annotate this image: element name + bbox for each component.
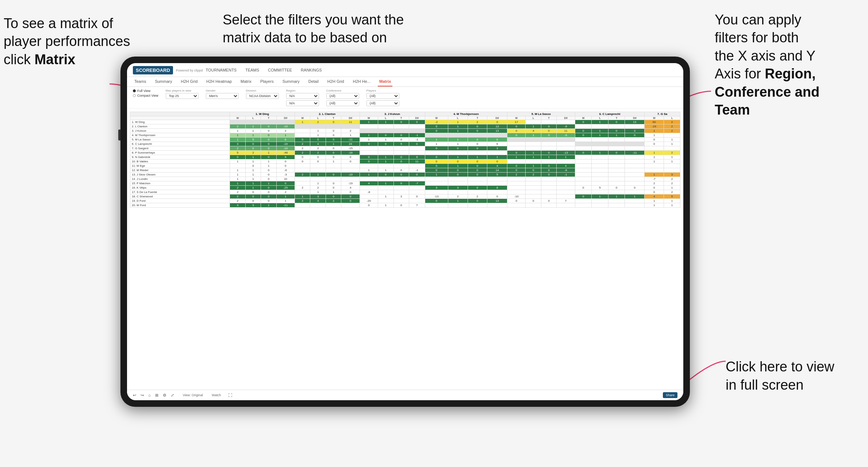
nav-teams[interactable]: TEAMS [245, 66, 259, 74]
row-name: 15. P Maichon [130, 181, 230, 186]
nav-committee[interactable]: COMMITTEE [268, 66, 292, 74]
col-header-empty [130, 112, 230, 116]
app-header: SCOREBOARD Powered by clippd TOURNAMENTS… [127, 63, 683, 77]
row-name: 3. J Koivun [130, 129, 230, 133]
row-name: 10. B Valdes [130, 159, 230, 164]
subnav-matrix[interactable]: Matrix [239, 77, 253, 86]
subnav-h2h-grid[interactable]: H2H Grid [179, 77, 199, 86]
toolbar-watch[interactable]: Watch [212, 393, 221, 397]
conference-select2[interactable]: (All) [326, 100, 359, 106]
subnav-summary2[interactable]: Summary [281, 77, 301, 86]
table-row: 8. P Summerhays 521-48 220-16 010-13 010… [130, 151, 680, 155]
sh-1-w: W [230, 116, 246, 120]
region-select2[interactable]: N/A [286, 100, 319, 106]
table-row: 4. M Thorbjornsen 1101 101 100-1 010-6 0… [130, 133, 680, 138]
sh-5-l: L [526, 116, 541, 120]
table-row: 5. M La Sasso 1506 050-11 110-1 1106 01 [130, 138, 680, 142]
division-select[interactable]: NCAA Division I [246, 93, 279, 99]
subnav-h2h-grid2[interactable]: H2H Grid [326, 77, 346, 86]
subnav-h2h-heatmap[interactable]: H2H Heatmap [205, 77, 233, 86]
brand-logo: SCOREBOARD [133, 66, 173, 74]
ann-topright-line2: filters for both [715, 30, 799, 45]
toolbar-undo[interactable]: ↩ [133, 393, 136, 398]
row-name: 20. M Ford [130, 203, 230, 208]
subnav-detail[interactable]: Detail [307, 77, 320, 86]
sh-6-l: L [592, 116, 608, 120]
sh-6-t: T [608, 116, 625, 120]
ann-topleft-line2: player performances [4, 34, 130, 49]
tablet-frame: SCOREBOARD Powered by clippd TOURNAMENTS… [120, 57, 690, 407]
annotation-topright: You can apply filters for both the X axi… [715, 11, 853, 119]
tablet-side-button [118, 130, 120, 140]
row-name: 9. N Gabrelcik [130, 155, 230, 159]
sh-3-w: W [360, 116, 378, 120]
subnav-h2h-he[interactable]: H2H He... [352, 77, 372, 86]
ann-topright-line5-bold: Conference and [715, 84, 819, 100]
annotation-topleft: To see a matrix of player performances c… [4, 15, 139, 69]
filter-gender: Gender Men's [206, 89, 239, 99]
sh-4-w: W [425, 116, 448, 120]
sh-3-l: L [378, 116, 394, 120]
filter-division: Division NCAA Division I [246, 89, 279, 99]
players-select[interactable]: (All) [366, 93, 399, 99]
subnav-teams[interactable]: Teams [133, 77, 147, 86]
ann-topleft-line1: To see a matrix of [4, 16, 113, 31]
conference-select[interactable]: (All) [326, 93, 359, 99]
toolbar-zoom[interactable]: ⊞ [155, 393, 158, 398]
region-label: Region [286, 89, 319, 92]
toolbar-expand[interactable]: ⤢ [171, 393, 174, 398]
row-name: 13. J Skov Olesen [130, 173, 230, 177]
toolbar-fullscreen[interactable]: ⛶ [228, 393, 232, 397]
radio-compact-dot [133, 94, 136, 97]
app-brand: SCOREBOARD Powered by clippd TOURNAMENTS… [133, 66, 677, 74]
filter-players: Players (All) (All) [366, 89, 399, 106]
nav-rankings[interactable]: RANKINGS [301, 66, 322, 74]
table-row: 11. M Ege 010 0104 0104 [130, 164, 680, 168]
subnav-matrix-active[interactable]: Matrix [378, 77, 392, 86]
toolbar-settings[interactable]: ⚙ [163, 393, 166, 398]
row-name: 6. C Lamprecht [130, 142, 230, 146]
table-row: 14. J Lundin 11010 -72 [130, 177, 680, 181]
ann-bottomright-line2: in full screen [726, 377, 803, 393]
tablet-screen: SCOREBOARD Powered by clippd TOURNAMENTS… [127, 63, 683, 400]
radio-full-view[interactable]: Full View [133, 89, 158, 93]
table-row: 9. N Gabrelcik 0109 0000 0109 0111 1111 … [130, 155, 680, 159]
division-label: Division [246, 89, 279, 92]
region-select[interactable]: N/A [286, 93, 319, 99]
subnav-players[interactable]: Players [259, 77, 275, 86]
ann-topcenter-text: Select the filters you want the matrix d… [223, 12, 404, 45]
sh-2-w: W [295, 116, 310, 120]
table-row: 3. J Koivun 1102 102 01013 04011 0103 12 [130, 129, 680, 133]
subnav-summary[interactable]: Summary [153, 77, 173, 86]
row-name: 4. M Thorbjornsen [130, 133, 230, 138]
col-header-3: 3. J Koivun [360, 112, 425, 116]
max-players-select[interactable]: Top 25 [166, 93, 199, 99]
conference-label: Conference [326, 89, 359, 92]
full-view-label: Full View [137, 89, 150, 93]
toolbar-redo[interactable]: ↪ [141, 393, 144, 398]
row-name: 7. G Sargent [130, 146, 230, 151]
gender-select[interactable]: Men's [206, 93, 239, 99]
sh-2-dif: Dif [341, 116, 360, 120]
filter-region: Region N/A N/A [286, 89, 319, 106]
ann-topright-line1: You can apply [715, 12, 801, 27]
col-header-2: 2. L Clanton [295, 112, 360, 116]
toolbar-home[interactable]: ⌂ [148, 393, 151, 397]
sub-nav: Teams Summary H2H Grid H2H Heatmap Matri… [127, 77, 683, 87]
bottom-toolbar: ↩ ↪ ⌂ ⊞ ⚙ ⤢ View: Original Watch ⛶ Share [127, 390, 683, 400]
players-select2[interactable]: (All) [366, 100, 399, 106]
radio-compact-view[interactable]: Compact View [133, 94, 158, 97]
table-row: 17. S De La Fuente 2002 110 -8 02 [130, 190, 680, 194]
sh-4-l: L [448, 116, 468, 120]
filter-conference: Conference (All) (All) [326, 89, 359, 106]
max-players-label: Max players in view [166, 89, 199, 92]
toolbar-view-label: View: Original [183, 393, 203, 397]
share-button[interactable]: Share [663, 392, 677, 398]
sh-1-l: L [245, 116, 261, 120]
table-row: 18. C Sherwood 2001 1300 130 -13220 -10 … [130, 194, 680, 199]
row-name: 14. J Lundin [130, 177, 230, 181]
table-row: 19. D Ford 2001 2420 -20 01013 0007 11 [130, 199, 680, 203]
matrix-content[interactable]: 1. W Ding 2. L Clanton 3. J Koivun 4. M … [127, 109, 683, 390]
row-name: 1. W Ding [130, 120, 230, 124]
nav-tournaments[interactable]: TOURNAMENTS [206, 66, 237, 74]
